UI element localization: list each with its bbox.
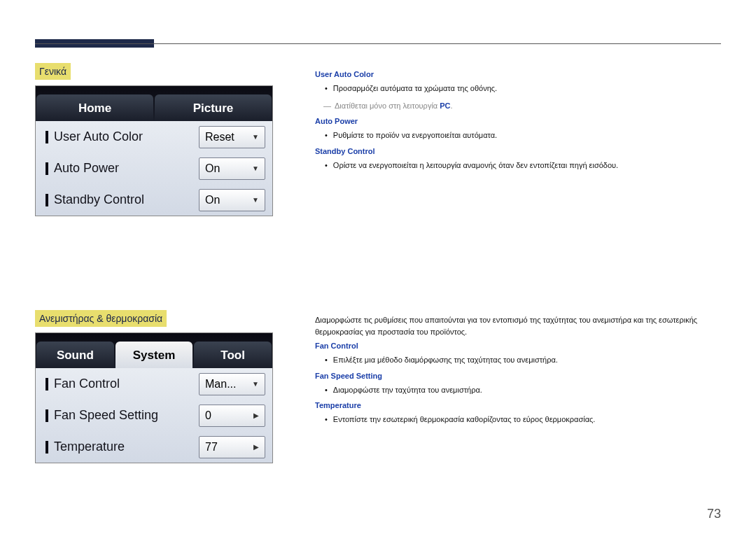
screenshot-fan-temp: Sound System Tool Fan Control Man...▼ Fa… [35,332,273,463]
row-auto-power: Auto Power On▼ [36,153,272,184]
desc-heading: User Auto Color [315,70,721,78]
desc-bullet: Επιλέξτε μια μέθοδο διαμόρφωσης της ταχύ… [325,354,721,366]
screenshot-tabs: Sound System Tool [36,333,272,368]
section-label-fan-temp: Ανεμιστήρας & θερμοκρασία [35,310,167,327]
row-label: Standby Control [54,192,144,207]
row-fan-speed: Fan Speed Setting 0▶ [36,400,272,431]
spinner-fan-speed[interactable]: 0▶ [199,405,265,427]
section-intro: Διαμορφώστε τις ρυθμίσεις που απαιτούντα… [315,314,721,337]
desc-heading: Fan Speed Setting [315,372,721,380]
desc-bullet: Διαμορφώστε την ταχύτητα του ανεμιστήρα. [325,384,721,396]
triangle-right-icon: ▶ [253,412,259,419]
desc-heading: Fan Control [315,342,721,350]
desc-note: Διατίθεται μόνο στη λειτουργία PC. [335,100,721,112]
tab-home[interactable]: Home [36,94,153,121]
tab-sound[interactable]: Sound [36,342,114,368]
spinner-temperature[interactable]: 77▶ [199,436,265,458]
triangle-right-icon: ▶ [253,443,259,451]
desc-bullet: Ρυθμίστε το προϊόν να ενεργοποιείται αυτ… [325,129,721,141]
chevron-down-icon: ▼ [252,164,259,172]
row-label: User Auto Color [54,129,143,144]
chevron-down-icon: ▼ [252,380,259,388]
row-temperature: Temperature 77▶ [36,431,272,463]
select-fan-control[interactable]: Man...▼ [199,373,265,395]
desc-heading: Standby Control [315,147,721,155]
row-label: Fan Control [54,377,120,391]
page-number: 73 [707,507,721,521]
screenshot-tabs: Home Picture [36,86,272,121]
desc-bullet: Προσαρμόζει αυτόματα τα χρώματα της οθόν… [325,83,721,94]
select-auto-power[interactable]: On▼ [199,157,265,180]
chevron-down-icon: ▼ [252,196,259,204]
section-label-general: Γενικά [35,63,71,80]
row-user-auto-color: User Auto Color Reset▼ [36,121,272,153]
screenshot-general: Home Picture User Auto Color Reset▼ Auto… [35,85,273,216]
desc-bullet: Ορίστε να ενεργοποιείται η λειτουργία αν… [325,160,721,171]
tab-picture[interactable]: Picture [155,94,272,121]
desc-heading: Auto Power [315,117,721,125]
select-standby-control[interactable]: On▼ [199,189,265,211]
row-label: Temperature [54,440,125,454]
row-fan-control: Fan Control Man...▼ [36,368,272,400]
chevron-down-icon: ▼ [252,133,259,141]
select-user-auto-color[interactable]: Reset▼ [199,126,265,148]
tab-tool[interactable]: Tool [194,342,272,368]
row-label: Fan Speed Setting [54,408,158,423]
desc-bullet: Εντοπίστε την εσωτερική θερμοκρασία καθο… [325,414,721,426]
row-label: Auto Power [54,161,119,176]
row-standby-control: Standby Control On▼ [36,184,272,216]
tab-system[interactable]: System [115,342,193,368]
header-divider [35,43,721,44]
desc-heading: Temperature [315,401,721,409]
